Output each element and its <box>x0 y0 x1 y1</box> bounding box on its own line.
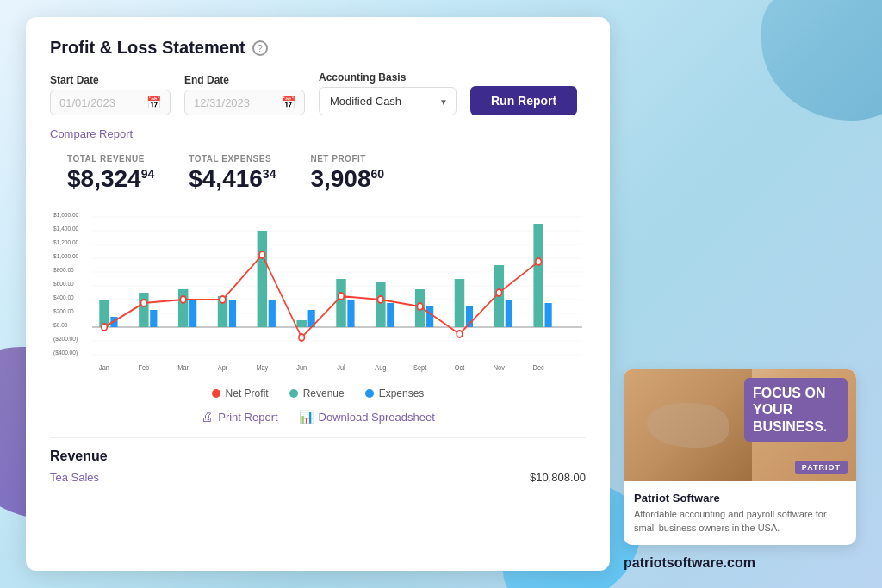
svg-point-55 <box>457 331 463 337</box>
revenue-section-title: Revenue <box>50 437 586 464</box>
total-revenue-metric: TOTAL REVENUE $8,32494 <box>67 154 154 193</box>
svg-point-48 <box>180 296 186 303</box>
chart-legend: Net Profit Revenue Expenses <box>50 387 586 399</box>
start-date-value: 01/01/2023 <box>59 96 140 109</box>
card-title: Profit & Loss Statement <box>50 38 245 58</box>
svg-text:$0.00: $0.00 <box>53 320 67 329</box>
start-date-input-wrap[interactable]: 01/01/2023 📅 <box>50 90 171 115</box>
end-date-calendar-icon[interactable]: 📅 <box>281 96 295 109</box>
svg-rect-26 <box>258 231 267 327</box>
total-expenses-value: $4,41634 <box>189 165 276 193</box>
total-revenue-value: $8,32494 <box>67 165 154 193</box>
net-profit-dot <box>212 389 220 398</box>
svg-text:Oct: Oct <box>455 363 465 372</box>
svg-text:May: May <box>256 363 269 372</box>
total-expenses-metric: TOTAL EXPENSES $4,41634 <box>189 154 276 193</box>
end-date-input-wrap[interactable]: 12/31/2023 📅 <box>184 90 305 115</box>
print-report-link[interactable]: 🖨 Print Report <box>201 410 277 424</box>
chart-svg: $1,600.00 $1,400.00 $1,200.00 $1,000.00 … <box>50 207 586 379</box>
main-container: Profit & Loss Statement ? Start Date 01/… <box>26 17 856 571</box>
print-icon: 🖨 <box>201 410 213 424</box>
legend-revenue: Revenue <box>289 387 345 399</box>
svg-rect-29 <box>376 282 385 327</box>
svg-rect-27 <box>296 320 306 327</box>
info-icon[interactable]: ? <box>252 40 268 56</box>
svg-rect-42 <box>426 306 433 327</box>
ad-card: FOCUS ON YOUR BUSINESS. PATRIOT Patriot … <box>624 369 856 545</box>
svg-text:$200.00: $200.00 <box>53 306 74 315</box>
chart-container: $1,600.00 $1,400.00 $1,200.00 $1,000.00 … <box>50 207 586 379</box>
end-date-label: End Date <box>184 74 305 86</box>
ad-content: Patriot Software Affordable accounting a… <box>624 481 856 545</box>
sidebar-right: FOCUS ON YOUR BUSINESS. PATRIOT Patriot … <box>624 17 856 571</box>
net-profit-metric: NET PROFIT 3,90860 <box>310 154 384 193</box>
run-report-button[interactable]: Run Report <box>470 86 577 115</box>
svg-rect-45 <box>545 303 552 327</box>
form-row: Start Date 01/01/2023 📅 End Date 12/31/2… <box>50 71 586 115</box>
svg-rect-28 <box>336 279 345 327</box>
svg-point-57 <box>536 258 542 265</box>
svg-text:Nov: Nov <box>494 363 506 372</box>
svg-text:Jun: Jun <box>296 363 307 372</box>
card-header: Profit & Loss Statement ? <box>50 38 586 58</box>
tea-sales-link[interactable]: Tea Sales <box>50 471 99 484</box>
ad-description: Affordable accounting and payroll softwa… <box>634 508 846 535</box>
svg-point-56 <box>496 289 502 296</box>
expenses-dot <box>365 389 374 398</box>
download-spreadsheet-link[interactable]: 📊 Download Spreadsheet <box>299 410 435 424</box>
svg-rect-36 <box>189 300 196 327</box>
svg-rect-44 <box>506 300 512 327</box>
svg-text:$600.00: $600.00 <box>53 279 74 288</box>
main-card: Profit & Loss Statement ? Start Date 01/… <box>26 17 610 571</box>
legend-expenses: Expenses <box>365 387 425 399</box>
start-date-calendar-icon[interactable]: 📅 <box>146 96 161 109</box>
svg-point-50 <box>259 251 265 258</box>
ad-headline: FOCUS ON YOUR BUSINESS. <box>744 378 848 442</box>
svg-text:Jan: Jan <box>99 363 109 372</box>
compare-report-link[interactable]: Compare Report <box>50 127 133 140</box>
legend-expenses-label: Expenses <box>379 387 425 399</box>
end-date-group: End Date 12/31/2023 📅 <box>184 74 305 115</box>
svg-rect-23 <box>139 293 148 327</box>
svg-text:$1,400.00: $1,400.00 <box>53 224 78 232</box>
accounting-basis-select[interactable]: Modified Cash Cash Accrual <box>319 87 457 115</box>
end-date-value: 12/31/2023 <box>194 96 274 109</box>
svg-rect-24 <box>178 289 188 327</box>
svg-text:$800.00: $800.00 <box>53 265 74 274</box>
svg-text:$1,200.00: $1,200.00 <box>53 238 78 246</box>
ad-image: FOCUS ON YOUR BUSINESS. PATRIOT <box>624 369 856 481</box>
start-date-group: Start Date 01/01/2023 📅 <box>50 74 171 115</box>
tea-sales-amount: $10,808.00 <box>530 471 586 484</box>
svg-text:Apr: Apr <box>218 363 228 372</box>
svg-text:$400.00: $400.00 <box>53 293 74 301</box>
accounting-basis-select-wrap: Modified Cash Cash Accrual ▼ <box>319 87 457 115</box>
svg-rect-35 <box>150 310 157 327</box>
site-url: patriotsoftware.com <box>624 555 856 571</box>
svg-text:($200.00): ($200.00) <box>53 334 78 343</box>
svg-text:($400.00): ($400.00) <box>53 348 78 356</box>
svg-text:$1,000.00: $1,000.00 <box>53 251 78 260</box>
svg-text:Jul: Jul <box>337 363 345 372</box>
print-report-label: Print Report <box>218 411 277 424</box>
ad-brand-badge: PATRIOT <box>795 461 848 474</box>
svg-point-53 <box>378 296 384 303</box>
svg-point-52 <box>339 293 345 300</box>
legend-net-profit: Net Profit <box>212 387 269 399</box>
svg-rect-31 <box>455 279 464 327</box>
accounting-basis-label: Accounting Basis <box>319 71 457 84</box>
svg-text:Feb: Feb <box>139 363 150 372</box>
chart-actions: 🖨 Print Report 📊 Download Spreadsheet <box>50 410 586 424</box>
accounting-basis-group: Accounting Basis Modified Cash Cash Accr… <box>319 71 457 115</box>
net-profit-value: 3,90860 <box>310 165 384 193</box>
download-icon: 📊 <box>299 410 314 424</box>
svg-text:$1,600.00: $1,600.00 <box>53 210 78 219</box>
download-spreadsheet-label: Download Spreadsheet <box>319 411 435 424</box>
svg-point-54 <box>417 303 423 310</box>
svg-text:Sept: Sept <box>413 363 427 372</box>
legend-net-profit-label: Net Profit <box>226 387 269 399</box>
svg-point-49 <box>220 296 226 303</box>
svg-point-47 <box>141 300 147 306</box>
svg-point-46 <box>102 324 108 331</box>
start-date-label: Start Date <box>50 74 171 86</box>
net-profit-label: NET PROFIT <box>310 154 384 164</box>
